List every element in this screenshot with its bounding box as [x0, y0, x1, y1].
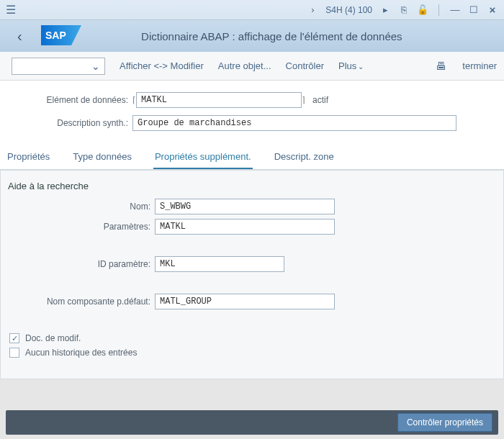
element-status: actif: [312, 95, 328, 105]
no-history-checkbox[interactable]: [9, 348, 19, 358]
system-label: S4H (4) 100: [325, 5, 372, 15]
tab-properties[interactable]: Propriétés: [6, 147, 51, 169]
id-param-field[interactable]: [155, 256, 284, 272]
titlebar: ☰ › S4H (4) 100 ▸ ⎘ 🔓 — ☐ ×: [0, 0, 504, 20]
default-component-label: Nom composante p.défaut:: [4, 297, 155, 307]
print-icon[interactable]: 🖶: [436, 60, 446, 72]
lock-open-icon[interactable]: 🔓: [417, 4, 428, 15]
id-param-label: ID paramètre:: [4, 259, 155, 269]
doc-modif-label: Doc. de modif.: [25, 333, 81, 343]
other-object-button[interactable]: Autre objet...: [218, 60, 271, 71]
minimize-icon[interactable]: —: [449, 4, 461, 15]
parameters-label: Paramètres:: [4, 222, 155, 232]
search-help-section: Aide à la recherche Nom: Paramètres: ID …: [0, 170, 504, 379]
name-field[interactable]: [155, 199, 335, 214]
footer-bar: Contrôler propriétés: [6, 410, 498, 435]
section-heading: Aide à la recherche: [1, 178, 503, 199]
header-form: Elément de données: ⌈ ⌉ actif Descriptio…: [0, 81, 504, 144]
display-modify-button[interactable]: Afficher <-> Modifier: [120, 60, 204, 71]
object-combobox[interactable]: [12, 58, 105, 75]
description-field[interactable]: [132, 115, 456, 131]
svg-text:SAP: SAP: [45, 30, 66, 41]
parameters-field[interactable]: [155, 219, 335, 235]
page-title: Dictionnaire ABAP : affichage de l'éléme…: [89, 30, 498, 42]
control-properties-button[interactable]: Contrôler propriétés: [397, 413, 492, 432]
play-icon[interactable]: ▸: [379, 4, 391, 15]
tab-field-description[interactable]: Descript. zone: [273, 147, 336, 169]
element-label: Elément de données:: [10, 95, 132, 105]
toolbar: Afficher <-> Modifier Autre objet... Con…: [0, 52, 504, 81]
default-component-field[interactable]: [155, 294, 335, 309]
chevron-right-icon[interactable]: ›: [307, 4, 318, 15]
maximize-icon[interactable]: ☐: [468, 4, 480, 15]
more-button[interactable]: Plus⌄: [338, 60, 364, 71]
terminate-button[interactable]: terminer: [462, 60, 497, 71]
menu-icon[interactable]: ☰: [6, 3, 16, 17]
no-history-label: Aucun historique des entrées: [25, 348, 137, 358]
back-button[interactable]: ‹: [6, 28, 34, 45]
header-bar: ‹ SAP Dictionnaire ABAP : affichage de l…: [0, 20, 504, 52]
doc-modif-checkbox[interactable]: ✓: [9, 333, 19, 343]
tab-additional-properties[interactable]: Propriétés supplément.: [153, 147, 253, 169]
sap-logo: SAP: [41, 25, 81, 47]
control-button[interactable]: Contrôler: [286, 60, 324, 71]
description-label: Description synth.:: [10, 118, 132, 128]
name-label: Nom:: [4, 202, 155, 212]
exit-icon[interactable]: ⎘: [398, 4, 410, 15]
tab-data-type[interactable]: Type données: [71, 147, 133, 169]
close-icon[interactable]: ×: [487, 4, 498, 16]
chevron-down-icon: ⌄: [358, 63, 364, 71]
tab-strip: Propriétés Type données Propriétés suppl…: [0, 144, 504, 170]
element-field[interactable]: [136, 92, 302, 108]
